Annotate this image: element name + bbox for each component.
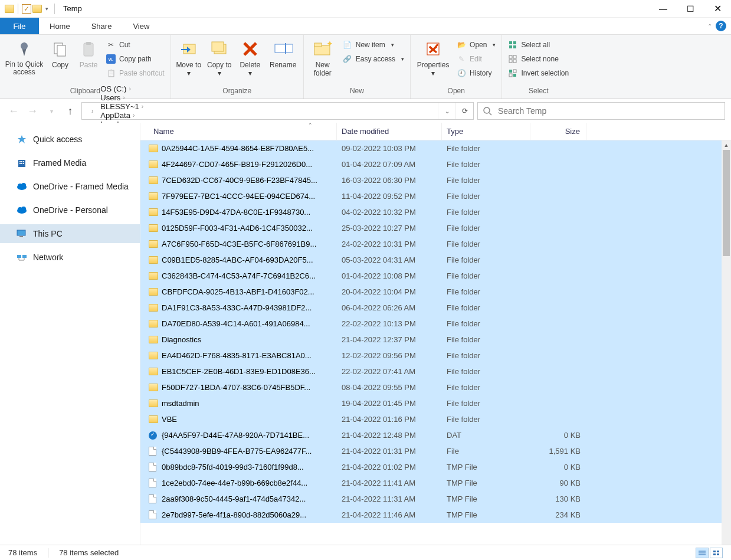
- easy-access-button[interactable]: 🔗Easy access▾: [340, 53, 407, 66]
- file-row[interactable]: {C5443908-9BB9-4FEA-B775-EA962477F...21-…: [140, 443, 731, 459]
- file-row[interactable]: EB1C5CEF-2E0B-46D1-83E9-ED1D08E36...22-0…: [140, 363, 731, 379]
- thumbnails-view-button[interactable]: [710, 548, 723, 558]
- sidebar-item-label: Network: [33, 253, 63, 262]
- file-date: 25-03-2022 10:27 PM: [337, 224, 442, 232]
- breadcrumb-segment[interactable]: Users›: [97, 93, 147, 102]
- file-date: 11-04-2022 09:52 PM: [337, 192, 442, 201]
- file-row[interactable]: 2aa9f308-9c50-4445-9af1-474d5a47342...21…: [140, 491, 731, 507]
- delete-button[interactable]: Delete▾: [236, 37, 264, 77]
- file-row[interactable]: A7C6F950-F65D-4C3E-B5FC-6F867691B9...24-…: [140, 236, 731, 252]
- folder-icon: [149, 208, 158, 216]
- search-input[interactable]: Search Temp: [477, 102, 725, 120]
- select-none-button[interactable]: Select none: [506, 53, 571, 66]
- file-name: DA70ED80-A539-4C14-A601-491A06984...: [162, 319, 337, 328]
- tab-file[interactable]: File: [0, 18, 39, 34]
- file-date: 21-04-2022 12:37 PM: [337, 335, 442, 344]
- close-button[interactable]: ✕: [704, 0, 731, 18]
- file-row[interactable]: CBFDFCDA-9025-4B13-ABF1-D41603F02...20-0…: [140, 284, 731, 300]
- ribbon-group-select: Select all Select none Invert selection …: [502, 35, 575, 99]
- chevron-right-icon: ›: [129, 86, 130, 92]
- invert-selection-button[interactable]: Invert selection: [506, 67, 571, 80]
- sidebar-item[interactable]: Network: [0, 248, 140, 267]
- file-list[interactable]: ▲ 0A25944C-1A5F-4594-8654-E8F7D80AE5...0…: [140, 140, 731, 545]
- file-row[interactable]: msdtadmin19-04-2022 01:45 PMFile folder: [140, 395, 731, 411]
- properties-button[interactable]: Properties▾: [414, 37, 452, 77]
- file-row[interactable]: EA4D462D-F768-4835-8171-E3ABC81A0...12-0…: [140, 348, 731, 363]
- breadcrumb-segment[interactable]: OS (C:)›: [97, 84, 147, 93]
- copy-path-button[interactable]: w.Copy path: [104, 53, 167, 66]
- breadcrumb-root-chevron[interactable]: ›: [88, 103, 97, 119]
- history-button[interactable]: 🕘History: [454, 67, 498, 80]
- file-row[interactable]: DA1F91C3-8A53-433C-A47D-943981DF2...06-0…: [140, 300, 731, 316]
- folder-icon: [149, 384, 158, 391]
- svg-rect-4: [84, 43, 93, 56]
- tab-share[interactable]: Share: [81, 18, 123, 34]
- qat-dropdown-icon[interactable]: ▾: [43, 6, 51, 12]
- select-all-button[interactable]: Select all: [506, 38, 571, 51]
- file-row[interactable]: {94AA5F97-D44E-47A8-920A-7D7141BE...21-0…: [140, 427, 731, 443]
- properties-qat-icon[interactable]: ✓: [22, 4, 31, 14]
- sidebar-item[interactable]: OneDrive - Framed Media: [0, 177, 140, 196]
- sidebar-item[interactable]: Framed Media: [0, 153, 140, 172]
- scroll-up-icon[interactable]: ▲: [722, 140, 731, 150]
- file-type: TMP File: [442, 479, 530, 487]
- open-button[interactable]: 📂Open▾: [454, 38, 498, 51]
- recent-dropdown-icon[interactable]: ▾: [44, 103, 59, 119]
- file-row[interactable]: C09B1ED5-8285-4ABC-AF04-693DA20F5...05-0…: [140, 252, 731, 268]
- collapse-ribbon-icon[interactable]: ⌃: [707, 23, 712, 30]
- file-row[interactable]: 7F979EE7-7BC1-4CCC-94EE-094CED674...11-0…: [140, 188, 731, 204]
- sidebar-item[interactable]: OneDrive - Personal: [0, 201, 140, 220]
- file-row[interactable]: C362843B-C474-4C53-A74F-7C6941B2C6...01-…: [140, 268, 731, 284]
- address-dropdown-icon[interactable]: ⌄: [438, 103, 455, 119]
- copy-to-button[interactable]: Copy to ▾: [205, 37, 234, 77]
- file-row[interactable]: 4F244697-CD07-465F-B819-F2912026D0...01-…: [140, 156, 731, 172]
- file-row[interactable]: 2e7bd997-5efe-4f1a-890d-882d5060a29...21…: [140, 507, 731, 523]
- forward-button[interactable]: →: [25, 103, 40, 119]
- new-item-button[interactable]: 📄New item▾: [340, 38, 407, 51]
- tab-home[interactable]: Home: [39, 18, 81, 34]
- file-row[interactable]: 0125D59F-F003-4F31-A4D6-1C4F350032...25-…: [140, 220, 731, 236]
- sidebar-item[interactable]: Quick access: [0, 130, 140, 149]
- back-button[interactable]: ←: [6, 103, 21, 119]
- breadcrumb-segment[interactable]: BLESSY~1›: [97, 102, 147, 111]
- new-folder-button[interactable]: ✦ New folder: [307, 37, 338, 77]
- file-row[interactable]: F50DF727-1BDA-4707-83C6-0745FB5DF...08-0…: [140, 379, 731, 395]
- file-name: {94AA5F97-D44E-47A8-920A-7D7141BE...: [162, 431, 337, 440]
- column-header-name[interactable]: Name ⌃: [149, 123, 337, 140]
- file-row[interactable]: 0A25944C-1A5F-4594-8654-E8F7D80AE5...09-…: [140, 140, 731, 156]
- tab-view[interactable]: View: [122, 18, 160, 34]
- file-row[interactable]: 1ce2ebd0-74ee-44e7-b99b-669cb8e2f44...21…: [140, 475, 731, 491]
- file-row[interactable]: Diagnostics21-04-2022 12:37 PMFile folde…: [140, 332, 731, 348]
- breadcrumb-segment[interactable]: AppData›: [97, 111, 147, 120]
- copy-button[interactable]: Copy: [47, 37, 73, 69]
- cut-button[interactable]: ✂Cut: [104, 38, 167, 51]
- window-controls: — ☐ ✕: [650, 0, 731, 18]
- column-header-date[interactable]: Date modified: [337, 123, 442, 140]
- move-to-button[interactable]: Move to ▾: [175, 37, 203, 77]
- rename-button[interactable]: Rename: [267, 37, 300, 69]
- sidebar-item[interactable]: This PC: [0, 224, 140, 243]
- scrollbar-track[interactable]: ▲: [722, 140, 731, 545]
- file-row[interactable]: 14F53E95-D9D4-47DA-8C0E-1F9348730...04-0…: [140, 204, 731, 220]
- copy-label: Copy: [52, 61, 68, 69]
- paste-shortcut-button[interactable]: 📋Paste shortcut: [104, 67, 167, 80]
- minimize-button[interactable]: —: [650, 0, 677, 18]
- scrollbar-thumb[interactable]: [723, 150, 730, 256]
- file-row[interactable]: 7CED632D-CC67-40C9-9E86-F23BF47845...16-…: [140, 172, 731, 188]
- edit-button[interactable]: ✎Edit: [454, 53, 498, 66]
- refresh-button[interactable]: ⟳: [455, 103, 473, 119]
- file-row[interactable]: 0b89bdc8-75fd-4019-99d3-7160f1f99d8...21…: [140, 459, 731, 475]
- file-row[interactable]: DA70ED80-A539-4C14-A601-491A06984...22-0…: [140, 316, 731, 332]
- ribbon-group-organize: Move to ▾ Copy to ▾ Delete▾ Rename Organ…: [171, 35, 304, 99]
- file-row[interactable]: VBE21-04-2022 01:16 PMFile folder: [140, 411, 731, 427]
- details-view-button[interactable]: [696, 548, 709, 558]
- column-header-size[interactable]: Size: [530, 123, 586, 140]
- column-header-type[interactable]: Type: [442, 123, 530, 140]
- new-folder-qat-icon[interactable]: [32, 5, 42, 13]
- maximize-button[interactable]: ☐: [677, 0, 704, 18]
- up-button[interactable]: ↑: [63, 103, 78, 119]
- breadcrumb-bar[interactable]: › OS (C:)›Users›BLESSY~1›AppData›Local›T…: [81, 102, 474, 120]
- pin-to-quick-access-button[interactable]: Pin to Quick access: [4, 37, 45, 76]
- paste-button[interactable]: Paste: [76, 37, 101, 69]
- help-icon[interactable]: ?: [716, 21, 726, 31]
